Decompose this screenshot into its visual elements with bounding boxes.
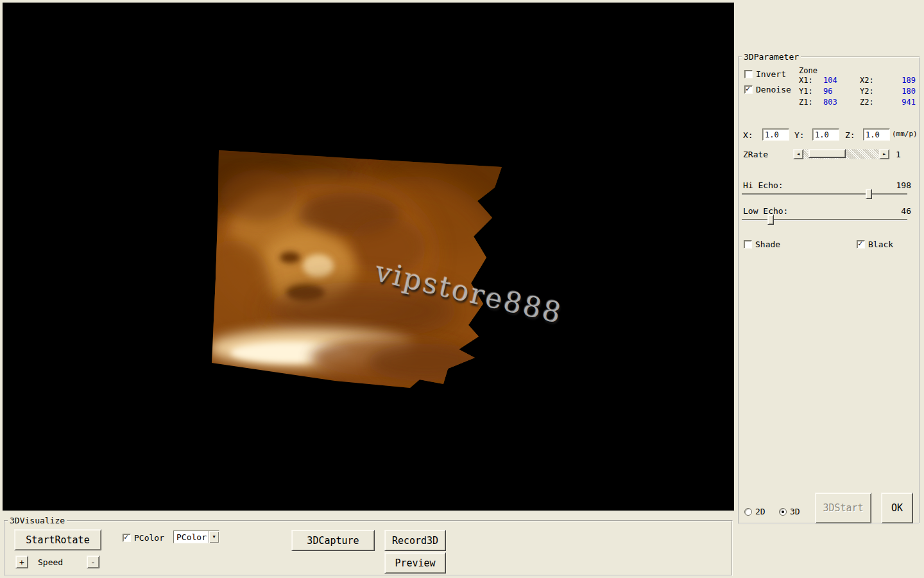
zone-y2-label: Y2: (860, 87, 884, 96)
group-3dvisualize-title: 3DVisualize (8, 516, 67, 525)
speed-label: Speed (38, 557, 63, 567)
preview-button-label: Preview (395, 557, 435, 569)
mode-2d-radio[interactable]: 2D (744, 507, 766, 516)
capture-3d-button-label: 3DCapture (307, 535, 359, 547)
zone-x1-value: 104 (823, 76, 860, 85)
mode-3d-radio[interactable]: 3D (779, 507, 800, 516)
pcolor-checkbox-box-icon (123, 534, 131, 542)
group-3dparameter-title: 3DParameter (742, 52, 801, 62)
black-checkbox-label: Black (868, 240, 893, 249)
ok-button[interactable]: OK (881, 493, 913, 523)
black-checkbox-box-icon (857, 240, 865, 249)
hi-echo-label: Hi Echo: (743, 180, 783, 190)
zrate-scroll-thumb[interactable] (809, 149, 846, 158)
zrate-label: ZRate (743, 150, 768, 159)
scale-unit-label: (mm/p) (892, 130, 918, 138)
scale-y-input[interactable] (812, 128, 839, 141)
ok-button-label: OK (891, 502, 903, 514)
pcolor-dropdown-value: PColor (174, 532, 209, 542)
zone-y2-value: 180 (884, 87, 916, 96)
shade-checkbox[interactable]: Shade (744, 240, 780, 249)
zrate-scroll-right-button[interactable]: ► (879, 149, 889, 159)
group-3dvisualize: 3DVisualize StartRotate PColor PColor ▼ … (4, 520, 733, 576)
zone-z1-value: 803 (823, 98, 860, 107)
pcolor-checkbox[interactable]: PColor (123, 533, 164, 543)
scale-z-label: Z: (845, 130, 855, 140)
record-3d-button[interactable]: Record3D (384, 530, 446, 551)
zone-z2-value: 941 (884, 98, 916, 107)
hi-echo-value: 198 (887, 180, 911, 190)
render-viewport[interactable]: vipstore888 (3, 3, 734, 511)
denoise-checkbox-label: Denoise (756, 85, 791, 94)
record-3d-button-label: Record3D (392, 535, 438, 547)
zone-z2-label: Z2: (860, 98, 884, 107)
shade-checkbox-box-icon (744, 240, 752, 249)
speed-minus-button[interactable]: - (87, 556, 99, 568)
zrate-scroll-track[interactable] (803, 149, 879, 159)
hi-echo-slider-track[interactable] (742, 193, 907, 195)
zrate-scrollbar[interactable]: ◄ ► (793, 149, 889, 159)
zone-label: Zone (799, 66, 817, 75)
black-checkbox[interactable]: Black (857, 240, 893, 249)
denoise-checkbox-box-icon (744, 85, 753, 94)
pcolor-dropdown[interactable]: PColor ▼ (173, 530, 219, 543)
invert-checkbox[interactable]: Invert (744, 69, 786, 79)
low-echo-value: 46 (887, 206, 911, 216)
start-rotate-button[interactable]: StartRotate (14, 529, 101, 550)
shade-checkbox-label: Shade (755, 240, 780, 249)
hi-echo-slider-thumb[interactable] (866, 189, 872, 199)
capture-3d-button[interactable]: 3DCapture (291, 530, 375, 551)
zrate-value: 1 (896, 150, 901, 159)
zone-y1-value: 96 (823, 87, 860, 96)
denoise-checkbox[interactable]: Denoise (744, 85, 791, 94)
zone-z1-label: Z1: (799, 98, 823, 107)
speed-plus-button[interactable]: + (15, 556, 28, 568)
pcolor-dropdown-button[interactable]: ▼ (209, 531, 219, 543)
mode-2d-radio-icon (744, 508, 752, 516)
arrow-left-icon: ◄ (797, 152, 800, 157)
preview-button[interactable]: Preview (384, 552, 446, 574)
invert-checkbox-label: Invert (756, 69, 786, 79)
zone-grid: X1: 104 X2: 189 Y1: 96 Y2: 180 Z1: 803 Z… (799, 76, 916, 107)
start3d-button[interactable]: 3DStart (815, 493, 871, 523)
start-rotate-button-label: StartRotate (26, 534, 89, 546)
zone-x1-label: X1: (799, 76, 823, 85)
scale-x-input[interactable] (762, 128, 789, 141)
low-echo-slider-thumb[interactable] (767, 215, 774, 225)
arrow-right-icon: ► (883, 152, 886, 157)
mode-2d-radio-label: 2D (755, 507, 766, 516)
start3d-button-label: 3DStart (823, 502, 863, 514)
zrate-scroll-left-button[interactable]: ◄ (793, 149, 803, 159)
low-echo-label: Low Echo: (743, 206, 788, 216)
pcolor-checkbox-label: PColor (134, 533, 164, 543)
mode-3d-radio-icon (779, 508, 787, 516)
zone-x2-label: X2: (860, 76, 884, 85)
zone-y1-label: Y1: (799, 87, 823, 96)
mode-3d-radio-label: 3D (790, 507, 800, 516)
low-echo-slider-track[interactable] (742, 219, 907, 220)
ultrasound-render-svg (3, 3, 734, 511)
group-3dparameter: 3DParameter Invert Denoise Zone X1: 104 … (738, 57, 920, 524)
scale-y-label: Y: (794, 130, 805, 140)
speed-minus-button-label: - (90, 557, 96, 567)
chevron-down-icon: ▼ (212, 534, 215, 539)
scale-z-input[interactable] (863, 128, 890, 141)
zone-x2-value: 189 (884, 76, 916, 85)
scale-x-label: X: (743, 130, 753, 140)
invert-checkbox-box-icon (744, 70, 753, 78)
ultrasound-volume (118, 137, 529, 404)
speed-plus-button-label: + (19, 557, 24, 567)
